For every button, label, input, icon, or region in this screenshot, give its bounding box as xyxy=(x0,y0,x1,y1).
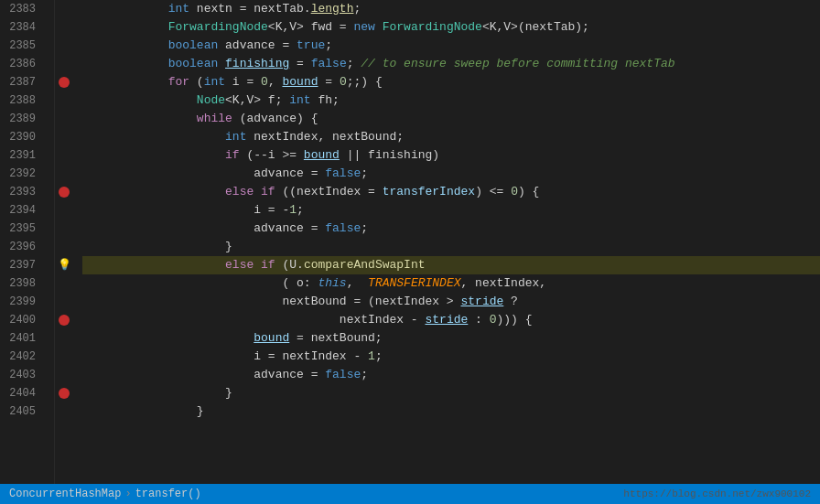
gutter-item xyxy=(55,146,73,165)
code-line: boolean finishing = false; // to ensure … xyxy=(82,55,820,73)
gutter-item xyxy=(55,91,73,110)
code-line: i = nextIndex - 1; xyxy=(82,348,820,366)
gutter-item xyxy=(55,274,73,293)
bulb-icon: 💡 xyxy=(58,256,71,274)
line-number: 2389 xyxy=(0,110,43,128)
line-number: 2402 xyxy=(0,348,43,366)
line-numbers: 2383238423852386238723882389239023912392… xyxy=(0,0,55,484)
gutter-item xyxy=(55,384,73,402)
line-number: 2394 xyxy=(0,201,43,220)
gutter-item xyxy=(55,348,73,366)
code-line: else if (U.compareAndSwapInt xyxy=(82,256,820,274)
code-line: nextBound = (nextIndex > stride ? xyxy=(82,293,820,311)
code-line: int nextIndex, nextBound; xyxy=(82,128,820,146)
gutter-item xyxy=(55,183,73,201)
gutter-item xyxy=(55,329,73,348)
status-bar: ConcurrentHashMap › transfer() https://b… xyxy=(0,484,820,504)
gutter-item xyxy=(55,55,73,73)
code-line: } xyxy=(82,402,820,421)
code-line: i = -1; xyxy=(82,201,820,220)
editor-container: 2383238423852386238723882389239023912392… xyxy=(0,0,820,504)
line-number: 2383 xyxy=(0,0,43,18)
code-line: for (int i = 0, bound = 0;;) { xyxy=(82,73,820,91)
gutter-item xyxy=(55,37,73,55)
breadcrumb-separator: › xyxy=(124,488,131,500)
breadcrumb: ConcurrentHashMap › transfer() xyxy=(9,488,201,500)
gutter-item xyxy=(55,110,73,128)
code-area: 2383238423852386238723882389239023912392… xyxy=(0,0,820,484)
line-number: 2403 xyxy=(0,366,43,384)
breakpoint-icon xyxy=(59,187,70,198)
gutter-item xyxy=(55,311,73,329)
code-line: advance = false; xyxy=(82,220,820,238)
gutter-item xyxy=(55,293,73,311)
line-number: 2400 xyxy=(0,311,43,329)
code-line: ForwardingNode<K,V> fwd = new Forwarding… xyxy=(82,18,820,37)
line-number: 2387 xyxy=(0,73,43,91)
breakpoint-icon xyxy=(59,388,70,399)
gutter-item xyxy=(55,18,73,37)
code-line: boolean advance = true; xyxy=(82,37,820,55)
gutter-item xyxy=(55,128,73,146)
watermark: https://blog.csdn.net/zwx900102 xyxy=(623,488,811,499)
breakpoint-icon xyxy=(59,315,70,326)
line-number: 2388 xyxy=(0,91,43,110)
line-number: 2391 xyxy=(0,146,43,165)
line-number: 2385 xyxy=(0,37,43,55)
code-line: bound = nextBound; xyxy=(82,329,820,348)
gutter: 💡 xyxy=(55,0,73,484)
code-line: int nextn = nextTab.length; xyxy=(82,0,820,18)
line-number: 2390 xyxy=(0,128,43,146)
code-line: while (advance) { xyxy=(82,110,820,128)
line-number: 2401 xyxy=(0,329,43,348)
gutter-item xyxy=(55,220,73,238)
breakpoint-icon xyxy=(59,77,70,88)
gutter-item xyxy=(55,73,73,91)
gutter-item xyxy=(55,238,73,256)
line-number: 2399 xyxy=(0,293,43,311)
line-number: 2386 xyxy=(0,55,43,73)
line-number: 2392 xyxy=(0,165,43,183)
line-number: 2398 xyxy=(0,274,43,293)
line-number: 2404 xyxy=(0,384,43,402)
line-number: 2397 xyxy=(0,256,43,274)
code-line: nextIndex - stride : 0))) { xyxy=(82,311,820,329)
code-line: advance = false; xyxy=(82,165,820,183)
code-line: else if ((nextIndex = transferIndex) <= … xyxy=(82,183,820,201)
code-line: } xyxy=(82,238,820,256)
line-number: 2396 xyxy=(0,238,43,256)
code-line: } xyxy=(82,384,820,402)
code-line: advance = false; xyxy=(82,366,820,384)
line-number: 2393 xyxy=(0,183,43,201)
code-content: int nextn = nextTab.length; ForwardingNo… xyxy=(73,0,820,484)
breadcrumb-method: transfer() xyxy=(135,488,201,500)
gutter-item xyxy=(55,402,73,421)
code-line: if (--i >= bound || finishing) xyxy=(82,146,820,165)
gutter-item xyxy=(55,366,73,384)
gutter-item xyxy=(55,201,73,220)
gutter-item xyxy=(55,0,73,18)
code-line: ( o: this, TRANSFERINDEX, nextIndex, xyxy=(82,274,820,293)
line-number: 2395 xyxy=(0,220,43,238)
breadcrumb-class: ConcurrentHashMap xyxy=(9,488,121,500)
gutter-item: 💡 xyxy=(55,256,73,274)
line-number: 2405 xyxy=(0,402,43,421)
gutter-item xyxy=(55,165,73,183)
line-number: 2384 xyxy=(0,18,43,37)
code-line: Node<K,V> f; int fh; xyxy=(82,91,820,110)
